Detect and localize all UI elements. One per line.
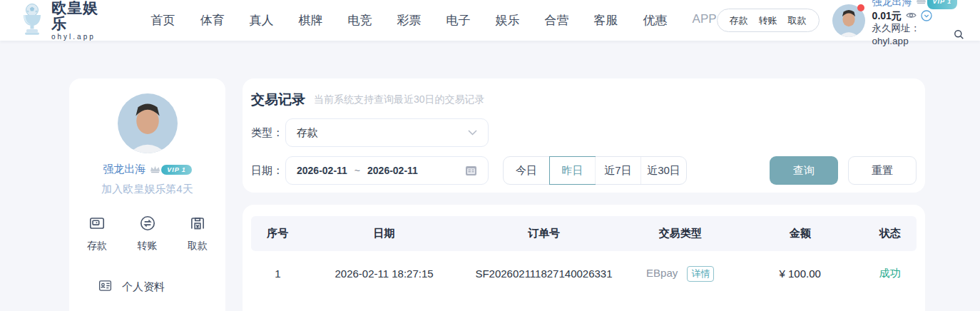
wallet-quick-actions: 存款 转账 取款 — [717, 9, 820, 32]
site-logo[interactable]: 欧皇娱乐 ohyl.app — [19, 0, 112, 41]
date-from-value: 2026-02-11 — [297, 165, 347, 176]
sidebar-vip-badge: VIP 1 — [150, 163, 192, 176]
nav-item-home[interactable]: 首页 — [151, 12, 175, 29]
page-title: 交易记录 — [251, 91, 305, 109]
main-column: 交易记录 当前系统支持查询最近30日的交易记录 类型： 存款 日期： 2026-… — [243, 78, 925, 311]
col-index: 序号 — [251, 227, 305, 240]
sidebar-transfer-label: 转账 — [138, 240, 158, 253]
sidebar-vip-level-label: VIP 1 — [161, 165, 192, 175]
sidebar-item-profile[interactable]: 个人资料 — [98, 278, 225, 295]
wallet-icon — [88, 214, 106, 235]
nav-item-live-casino[interactable]: 真人 — [250, 12, 274, 29]
vip-badge: VIP 1 — [916, 0, 958, 9]
table-row: 1 2026-02-11 18:27:15 SF2026021118271400… — [251, 251, 917, 296]
top-header: 欧皇娱乐 ohyl.app 首页 体育 真人 棋牌 电竞 彩票 电子 娱乐 合营… — [0, 0, 980, 41]
notification-dot — [857, 4, 864, 11]
detail-link[interactable]: 详情 — [687, 266, 714, 282]
join-days-text: 加入欧皇娱乐第4天 — [69, 183, 225, 196]
date-range-separator: ~ — [354, 165, 360, 176]
site-name: 欧皇娱乐 — [51, 0, 112, 31]
nav-item-promotions[interactable]: 优惠 — [643, 12, 668, 29]
col-amount: 金额 — [737, 227, 863, 240]
main-nav: 首页 体育 真人 棋牌 电竞 彩票 电子 娱乐 合营 客服 优惠 APP — [151, 12, 717, 29]
sidebar-transfer-button[interactable]: 转账 — [138, 214, 158, 253]
withdraw-machine-icon — [188, 214, 207, 235]
date-to-value: 2026-02-11 — [367, 165, 418, 176]
cell-datetime: 2026-02-11 18:27:15 — [305, 267, 464, 280]
cell-status: 成功 — [863, 267, 917, 280]
sidebar-avatar[interactable] — [118, 93, 178, 153]
sidebar-deposit-label: 存款 — [87, 240, 107, 253]
sidebar-profile-label: 个人资料 — [122, 280, 165, 294]
reset-button[interactable]: 重置 — [848, 156, 917, 185]
nav-item-sports[interactable]: 体育 — [200, 12, 225, 29]
nav-item-partnership[interactable]: 合营 — [545, 12, 569, 29]
id-card-icon — [98, 278, 113, 295]
nav-item-support[interactable]: 客服 — [594, 12, 618, 29]
chevron-down-icon — [468, 130, 477, 136]
range-7days-button[interactable]: 近7日 — [595, 157, 640, 184]
trophy-logo-icon — [19, 3, 46, 39]
col-date: 日期 — [305, 227, 464, 240]
sidebar-deposit-button[interactable]: 存款 — [87, 214, 107, 253]
user-avatar[interactable] — [832, 4, 865, 37]
sidebar-username: 强龙出海 — [103, 163, 146, 176]
page-content: 强龙出海 VIP 1 加入欧皇娱乐第4天 存款 转账 — [0, 78, 980, 311]
col-status: 状态 — [863, 227, 917, 240]
deposit-link[interactable]: 存款 — [730, 14, 748, 27]
withdraw-link[interactable]: 取款 — [788, 14, 807, 27]
vip-level-label: VIP 1 — [927, 0, 958, 9]
site-domain: ohyl.app — [51, 33, 112, 41]
cell-pay-type: EBpay 详情 — [623, 266, 737, 282]
cell-order-no: SF202602111827140026331 — [464, 267, 624, 280]
balance-amount: 0.01元 — [872, 9, 902, 22]
cell-amount: ¥ 100.00 — [737, 267, 863, 280]
pay-type-label: EBpay — [646, 267, 678, 279]
sidebar-menu: 个人资料 VIP特权 — [69, 278, 225, 311]
nav-item-card-games[interactable]: 棋牌 — [299, 12, 323, 29]
col-order-no: 订单号 — [464, 227, 624, 240]
sidebar-wallet-actions: 存款 转账 取款 — [69, 214, 225, 253]
profile-sidebar: 强龙出海 VIP 1 加入欧皇娱乐第4天 存款 转账 — [69, 78, 225, 311]
transaction-table-card: 序号 日期 订单号 交易类型 金额 状态 1 2026-02-11 18:27:… — [243, 205, 925, 311]
eye-icon[interactable] — [905, 11, 917, 20]
transfer-icon — [138, 214, 157, 235]
range-today-button[interactable]: 今日 — [504, 157, 549, 184]
cell-index: 1 — [251, 267, 305, 280]
search-icon[interactable] — [954, 29, 964, 40]
crown-icon — [150, 163, 160, 176]
sidebar-withdraw-label: 取款 — [188, 240, 208, 253]
nav-item-entertainment[interactable]: 娱乐 — [496, 12, 520, 29]
permanent-url-label: 永久网址：ohyl.app — [872, 22, 950, 48]
page-subtitle: 当前系统支持查询最近30日的交易记录 — [314, 93, 485, 106]
quick-range-group: 今日 昨日 近7日 近30日 — [503, 156, 687, 185]
search-button[interactable]: 查询 — [770, 156, 838, 185]
range-30days-button[interactable]: 近30日 — [640, 157, 686, 184]
nav-item-esports[interactable]: 电竞 — [348, 12, 372, 29]
transfer-link[interactable]: 转账 — [759, 14, 777, 27]
range-yesterday-button[interactable]: 昨日 — [549, 157, 595, 184]
username[interactable]: 强龙出海 — [872, 0, 912, 8]
calendar-icon[interactable] — [465, 165, 477, 176]
transaction-filter-card: 交易记录 当前系统支持查询最近30日的交易记录 类型： 存款 日期： 2026-… — [243, 78, 925, 193]
type-select[interactable]: 存款 — [285, 118, 489, 147]
crown-icon — [916, 0, 927, 8]
date-filter-label: 日期： — [251, 164, 285, 178]
sidebar-withdraw-button[interactable]: 取款 — [188, 214, 208, 253]
user-info: 强龙出海 VIP 1 0.01元 永久网址：ohyl.app — [872, 0, 964, 48]
type-select-value: 存款 — [297, 126, 318, 140]
date-range-input[interactable]: 2026-02-11 ~ 2026-02-11 — [285, 156, 489, 185]
type-filter-label: 类型： — [251, 126, 285, 140]
table-header-row: 序号 日期 订单号 交易类型 金额 状态 — [251, 216, 917, 251]
header-right: 存款 转账 取款 强龙出海 — [717, 0, 964, 48]
col-type: 交易类型 — [623, 227, 737, 240]
circle-chevron-icon[interactable] — [921, 10, 932, 21]
nav-item-slots[interactable]: 电子 — [446, 12, 471, 29]
nav-item-app[interactable]: APP — [693, 12, 717, 29]
nav-item-lottery[interactable]: 彩票 — [397, 12, 422, 29]
